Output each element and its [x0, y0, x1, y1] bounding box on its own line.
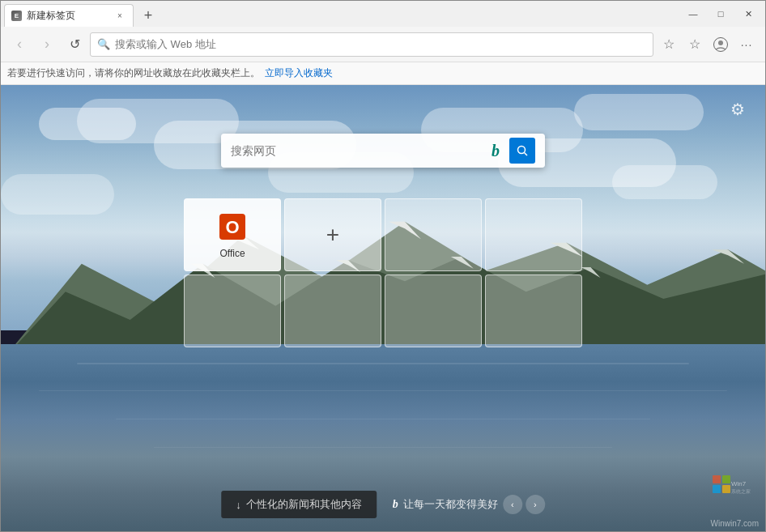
- dial-tile-empty-2[interactable]: [485, 198, 582, 271]
- reading-list-button[interactable]: ☆: [683, 32, 707, 57]
- dial-tile-add[interactable]: +: [284, 198, 381, 271]
- new-tab-button[interactable]: +: [137, 4, 160, 27]
- favbar-hint: 若要进行快速访问，请将你的网址收藏放在此收藏夹栏上。: [7, 66, 260, 80]
- search-address-icon: 🔍: [97, 38, 110, 50]
- svg-rect-19: [722, 485, 730, 493]
- site-watermark: Winwin7.com: [711, 519, 759, 528]
- back-button[interactable]: ‹: [7, 32, 32, 57]
- svg-text:Win7: Win7: [731, 480, 747, 487]
- dial-tile-office[interactable]: O Office: [184, 198, 281, 271]
- search-button[interactable]: [509, 138, 535, 164]
- svg-line-13: [525, 153, 528, 156]
- bottom-bar: ↓ 个性化的新闻和其他内容 b 让每一天都变得美好 ‹ ›: [221, 491, 545, 518]
- chevron-buttons: ‹ ›: [503, 495, 545, 514]
- address-bar[interactable]: 🔍: [90, 32, 653, 57]
- prev-button[interactable]: ‹: [503, 495, 522, 514]
- personalize-text: 个性化的新闻和其他内容: [246, 497, 362, 512]
- close-button[interactable]: ✕: [734, 1, 762, 27]
- import-favorites-link[interactable]: 立即导入收藏夹: [265, 66, 333, 80]
- dial-tile-empty-3[interactable]: [184, 275, 281, 347]
- window-controls: — □ ✕: [679, 1, 765, 27]
- office-label: Office: [219, 248, 245, 259]
- dial-tile-empty-6[interactable]: [485, 275, 582, 347]
- personalize-arrow: ↓: [236, 499, 241, 511]
- dial-tile-empty-1[interactable]: [385, 198, 482, 271]
- tab-area: E 新建标签页 × +: [1, 1, 679, 27]
- address-input[interactable]: [115, 38, 646, 50]
- tab-title: 新建标签页: [27, 9, 75, 23]
- office-icon: O: [216, 211, 249, 243]
- active-tab[interactable]: E 新建标签页 ×: [4, 4, 134, 27]
- favorite-button[interactable]: ☆: [657, 32, 681, 57]
- forward-button[interactable]: ›: [35, 32, 59, 57]
- settings-button[interactable]: ⚙: [723, 95, 752, 124]
- search-box[interactable]: b: [221, 134, 545, 168]
- svg-rect-17: [722, 475, 730, 483]
- next-button[interactable]: ›: [526, 495, 545, 514]
- speed-dial-grid: O Office +: [184, 198, 582, 347]
- bing-slogan: 让每一天都变得美好: [403, 497, 498, 512]
- tab-favicon: E: [11, 11, 22, 21]
- windows-logo: Win7 系统之家: [709, 471, 757, 507]
- svg-text:O: O: [225, 217, 239, 237]
- favorites-bar: 若要进行快速访问，请将你的网址收藏放在此收藏夹栏上。 立即导入收藏夹: [1, 62, 765, 85]
- bing-logo: b: [492, 142, 500, 160]
- svg-point-12: [518, 147, 526, 154]
- dial-tile-empty-5[interactable]: [385, 275, 482, 347]
- more-button[interactable]: ···: [734, 32, 759, 57]
- search-container: b: [221, 134, 545, 168]
- bing-logo-bottom: b: [393, 498, 398, 511]
- refresh-button[interactable]: ↺: [62, 32, 87, 57]
- add-icon: +: [326, 222, 339, 248]
- personalize-button[interactable]: ↓ 个性化的新闻和其他内容: [221, 491, 377, 518]
- svg-rect-18: [713, 485, 721, 493]
- minimize-button[interactable]: —: [679, 1, 707, 27]
- svg-rect-16: [713, 475, 721, 483]
- toolbar-icons: ☆ ☆ ···: [657, 32, 759, 57]
- browser-content: ⚙ b O Office: [1, 85, 765, 531]
- svg-text:系统之家: 系统之家: [731, 488, 751, 494]
- titlebar: E 新建标签页 × + — □ ✕: [1, 1, 765, 27]
- svg-point-1: [718, 40, 723, 45]
- dial-tile-empty-4[interactable]: [284, 275, 381, 347]
- navigation-bar: ‹ › ↺ 🔍 ☆ ☆ ···: [1, 27, 765, 62]
- tab-close-button[interactable]: ×: [113, 10, 126, 23]
- maximize-button[interactable]: □: [707, 1, 734, 27]
- search-input[interactable]: [231, 144, 492, 157]
- browser-window: E 新建标签页 × + — □ ✕ ‹ › ↺ 🔍 ☆ ☆: [0, 0, 766, 532]
- bing-bottom[interactable]: b 让每一天都变得美好 ‹ ›: [393, 495, 545, 514]
- profile-button[interactable]: [709, 32, 733, 57]
